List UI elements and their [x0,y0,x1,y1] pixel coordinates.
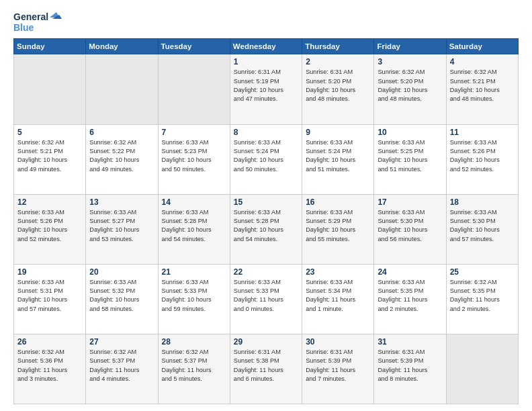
day-info: Sunrise: 6:33 AM Sunset: 5:33 PM Dayligh… [162,278,226,314]
calendar-cell: 7Sunrise: 6:33 AM Sunset: 5:23 PM Daylig… [158,124,230,194]
day-number: 1 [234,57,298,66]
day-number: 9 [306,128,370,137]
logo-bird-icon [50,12,62,23]
day-info: Sunrise: 6:33 AM Sunset: 5:34 PM Dayligh… [306,278,370,314]
day-info: Sunrise: 6:33 AM Sunset: 5:23 PM Dayligh… [162,138,226,174]
day-number: 14 [162,197,226,207]
calendar-cell: 3Sunrise: 6:32 AM Sunset: 5:20 PM Daylig… [374,54,446,124]
day-info: Sunrise: 6:32 AM Sunset: 5:20 PM Dayligh… [378,68,442,103]
day-info: Sunrise: 6:32 AM Sunset: 5:37 PM Dayligh… [162,348,226,383]
calendar-cell: 28Sunrise: 6:32 AM Sunset: 5:37 PM Dayli… [158,334,230,404]
day-info: Sunrise: 6:33 AM Sunset: 5:25 PM Dayligh… [378,138,442,174]
day-info: Sunrise: 6:33 AM Sunset: 5:24 PM Dayligh… [306,138,370,174]
page: General Blue SundayMondayTuesdayWednesda… [0,0,532,411]
day-number: 8 [234,128,298,137]
day-number: 5 [17,128,82,137]
calendar-cell: 30Sunrise: 6:31 AM Sunset: 5:39 PM Dayli… [302,334,374,404]
calendar-cell: 1Sunrise: 6:31 AM Sunset: 5:19 PM Daylig… [230,54,302,124]
day-number: 3 [378,57,442,66]
calendar-week-row: 5Sunrise: 6:32 AM Sunset: 5:21 PM Daylig… [14,124,519,194]
calendar-cell: 2Sunrise: 6:31 AM Sunset: 5:20 PM Daylig… [302,54,374,124]
weekday-header: Wednesday [230,39,302,54]
day-info: Sunrise: 6:33 AM Sunset: 5:26 PM Dayligh… [450,138,515,174]
day-number: 22 [234,267,298,277]
calendar-cell: 5Sunrise: 6:32 AM Sunset: 5:21 PM Daylig… [14,124,86,194]
calendar-cell: 20Sunrise: 6:33 AM Sunset: 5:32 PM Dayli… [86,264,158,334]
day-info: Sunrise: 6:33 AM Sunset: 5:29 PM Dayligh… [306,208,370,244]
day-number: 24 [378,267,442,277]
weekday-header: Saturday [446,39,518,54]
day-info: Sunrise: 6:33 AM Sunset: 5:32 PM Dayligh… [89,278,154,314]
calendar-cell: 26Sunrise: 6:32 AM Sunset: 5:36 PM Dayli… [14,334,86,404]
calendar-cell: 14Sunrise: 6:33 AM Sunset: 5:28 PM Dayli… [158,194,230,264]
calendar-week-row: 26Sunrise: 6:32 AM Sunset: 5:36 PM Dayli… [14,334,519,404]
weekday-header-row: SundayMondayTuesdayWednesdayThursdayFrid… [14,39,519,54]
day-info: Sunrise: 6:32 AM Sunset: 5:37 PM Dayligh… [89,348,154,383]
calendar-cell: 9Sunrise: 6:33 AM Sunset: 5:24 PM Daylig… [302,124,374,194]
day-number: 21 [162,267,226,277]
day-info: Sunrise: 6:33 AM Sunset: 5:27 PM Dayligh… [89,208,154,244]
day-number: 11 [450,128,515,137]
day-info: Sunrise: 6:31 AM Sunset: 5:19 PM Dayligh… [234,68,298,103]
day-info: Sunrise: 6:33 AM Sunset: 5:26 PM Dayligh… [17,208,82,244]
calendar-week-row: 12Sunrise: 6:33 AM Sunset: 5:26 PM Dayli… [14,194,519,264]
day-info: Sunrise: 6:33 AM Sunset: 5:33 PM Dayligh… [234,278,298,314]
day-number: 25 [450,267,515,277]
calendar-cell: 22Sunrise: 6:33 AM Sunset: 5:33 PM Dayli… [230,264,302,334]
day-info: Sunrise: 6:33 AM Sunset: 5:28 PM Dayligh… [234,208,298,244]
logo-text-general: General [13,12,48,22]
day-number: 20 [89,267,154,277]
day-info: Sunrise: 6:31 AM Sunset: 5:38 PM Dayligh… [234,348,298,383]
calendar-cell: 11Sunrise: 6:33 AM Sunset: 5:26 PM Dayli… [446,124,518,194]
calendar-cell: 13Sunrise: 6:33 AM Sunset: 5:27 PM Dayli… [86,194,158,264]
calendar-week-row: 19Sunrise: 6:33 AM Sunset: 5:31 PM Dayli… [14,264,519,334]
day-number: 17 [378,197,442,207]
day-info: Sunrise: 6:31 AM Sunset: 5:39 PM Dayligh… [306,348,370,383]
calendar-cell: 19Sunrise: 6:33 AM Sunset: 5:31 PM Dayli… [14,264,86,334]
day-info: Sunrise: 6:32 AM Sunset: 5:35 PM Dayligh… [450,278,515,314]
day-number: 13 [89,197,154,207]
day-info: Sunrise: 6:33 AM Sunset: 5:30 PM Dayligh… [378,208,442,244]
calendar-cell [86,54,158,124]
weekday-header: Friday [374,39,446,54]
weekday-header: Monday [86,39,158,54]
calendar-week-row: 1Sunrise: 6:31 AM Sunset: 5:19 PM Daylig… [14,54,519,124]
day-number: 23 [306,267,370,277]
calendar-cell [446,334,518,404]
day-info: Sunrise: 6:32 AM Sunset: 5:22 PM Dayligh… [89,138,154,174]
day-info: Sunrise: 6:33 AM Sunset: 5:30 PM Dayligh… [450,208,515,244]
day-number: 31 [378,337,442,347]
day-number: 19 [17,267,82,277]
day-number: 27 [89,337,154,347]
day-number: 15 [234,197,298,207]
day-number: 26 [17,337,82,347]
calendar-cell: 17Sunrise: 6:33 AM Sunset: 5:30 PM Dayli… [374,194,446,264]
day-info: Sunrise: 6:33 AM Sunset: 5:28 PM Dayligh… [162,208,226,244]
calendar-cell [14,54,86,124]
day-number: 18 [450,197,515,207]
day-number: 30 [306,337,370,347]
calendar-cell [158,54,230,124]
calendar-cell: 25Sunrise: 6:32 AM Sunset: 5:35 PM Dayli… [446,264,518,334]
day-number: 12 [17,197,82,207]
calendar-cell: 31Sunrise: 6:31 AM Sunset: 5:39 PM Dayli… [374,334,446,404]
day-info: Sunrise: 6:31 AM Sunset: 5:39 PM Dayligh… [378,348,442,383]
calendar-cell: 16Sunrise: 6:33 AM Sunset: 5:29 PM Dayli… [302,194,374,264]
calendar-cell: 18Sunrise: 6:33 AM Sunset: 5:30 PM Dayli… [446,194,518,264]
weekday-header: Sunday [14,39,86,54]
calendar-cell: 24Sunrise: 6:33 AM Sunset: 5:35 PM Dayli… [374,264,446,334]
day-info: Sunrise: 6:32 AM Sunset: 5:21 PM Dayligh… [17,138,82,174]
day-info: Sunrise: 6:33 AM Sunset: 5:35 PM Dayligh… [378,278,442,314]
day-info: Sunrise: 6:32 AM Sunset: 5:36 PM Dayligh… [17,348,82,383]
day-number: 29 [234,337,298,347]
calendar-cell: 10Sunrise: 6:33 AM Sunset: 5:25 PM Dayli… [374,124,446,194]
calendar-cell: 23Sunrise: 6:33 AM Sunset: 5:34 PM Dayli… [302,264,374,334]
day-info: Sunrise: 6:32 AM Sunset: 5:21 PM Dayligh… [450,68,515,103]
day-number: 6 [89,128,154,137]
logo-text-blue: Blue [13,23,34,33]
day-number: 10 [378,128,442,137]
calendar-cell: 15Sunrise: 6:33 AM Sunset: 5:28 PM Dayli… [230,194,302,264]
header: General Blue [13,12,519,33]
calendar-cell: 27Sunrise: 6:32 AM Sunset: 5:37 PM Dayli… [86,334,158,404]
day-number: 28 [162,337,226,347]
